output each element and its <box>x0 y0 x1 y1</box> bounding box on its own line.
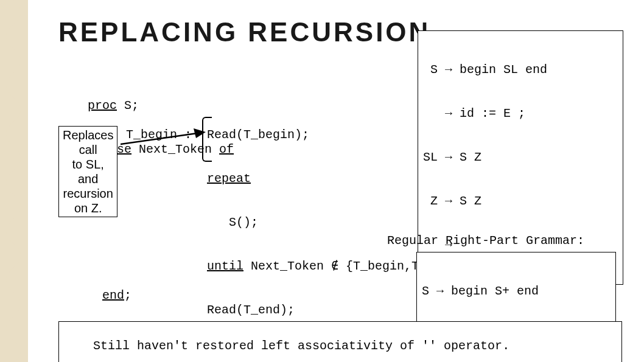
slide-title: REPLACING RECURSION <box>58 17 430 47</box>
kw-repeat: repeat <box>207 172 251 186</box>
replaces-box: Replaces call to SL, and recursion on Z. <box>58 126 117 217</box>
slide: REPLACING RECURSION proc S; case Next_To… <box>0 0 644 362</box>
regular-l1: S → begin S+ end <box>422 284 611 299</box>
replaces-l1: Replaces <box>63 128 113 142</box>
grammar-l3: SL → S Z <box>423 150 618 165</box>
arrow-icon <box>121 125 206 149</box>
bottom-note-box: Still haven't restored left associativit… <box>58 321 622 362</box>
kw-proc: proc <box>88 99 117 113</box>
svg-marker-1 <box>194 128 206 138</box>
replaces-l4: and <box>63 172 113 186</box>
grammar-l1: S → begin SL end <box>423 63 618 77</box>
replaces-l3: to SL, <box>63 157 113 172</box>
svg-line-0 <box>121 133 197 144</box>
replaces-l2: call <box>63 142 113 157</box>
kw-until: until <box>207 259 243 273</box>
kw-end-1: end <box>102 288 124 302</box>
grammar-l2: → id := E ; <box>423 106 618 121</box>
bottom-note-text: Still haven't restored left associativit… <box>93 339 509 353</box>
wavy-border <box>0 0 28 362</box>
replaces-l6: on Z. <box>63 201 113 215</box>
grammar-l4: Z → S Z <box>423 194 618 209</box>
replaces-l5: recursion <box>63 186 113 201</box>
regular-grammar-label: Regular Right-Part Grammar: <box>387 234 584 248</box>
